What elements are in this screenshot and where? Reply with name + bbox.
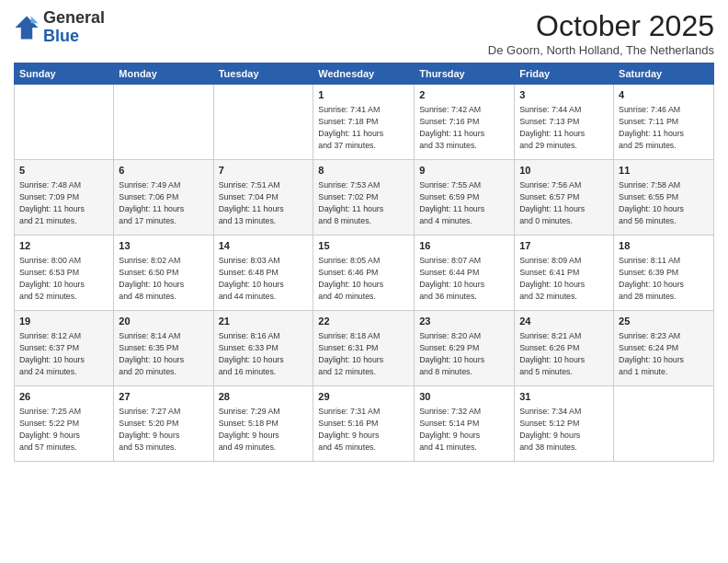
day-number: 30 bbox=[419, 390, 509, 404]
logo-icon bbox=[14, 15, 40, 40]
day-number: 28 bbox=[219, 390, 309, 404]
column-header-sunday: Sunday bbox=[15, 63, 114, 85]
calendar-cell: 3Sunrise: 7:44 AM Sunset: 7:13 PM Daylig… bbox=[515, 85, 614, 160]
calendar-cell: 4Sunrise: 7:46 AM Sunset: 7:11 PM Daylig… bbox=[614, 85, 714, 160]
day-info: Sunrise: 8:18 AM Sunset: 6:31 PM Dayligh… bbox=[318, 330, 409, 377]
calendar-cell: 28Sunrise: 7:29 AM Sunset: 5:18 PM Dayli… bbox=[213, 386, 313, 462]
day-number: 2 bbox=[419, 88, 509, 102]
day-info: Sunrise: 7:53 AM Sunset: 7:02 PM Dayligh… bbox=[318, 179, 409, 226]
title-block: October 2025 De Goorn, North Holland, Th… bbox=[488, 9, 714, 57]
column-header-thursday: Thursday bbox=[415, 63, 515, 85]
day-number: 15 bbox=[318, 239, 409, 253]
day-info: Sunrise: 8:23 AM Sunset: 6:24 PM Dayligh… bbox=[619, 330, 709, 377]
day-info: Sunrise: 7:51 AM Sunset: 7:04 PM Dayligh… bbox=[219, 179, 309, 226]
calendar-cell: 14Sunrise: 8:03 AM Sunset: 6:48 PM Dayli… bbox=[213, 236, 313, 311]
calendar-cell: 8Sunrise: 7:53 AM Sunset: 7:02 PM Daylig… bbox=[313, 160, 415, 236]
day-info: Sunrise: 7:27 AM Sunset: 5:20 PM Dayligh… bbox=[119, 406, 208, 453]
calendar-header-row: SundayMondayTuesdayWednesdayThursdayFrid… bbox=[15, 63, 714, 85]
day-info: Sunrise: 8:14 AM Sunset: 6:35 PM Dayligh… bbox=[119, 330, 208, 377]
day-number: 25 bbox=[619, 315, 709, 328]
day-number: 5 bbox=[19, 164, 108, 178]
calendar-cell: 21Sunrise: 8:16 AM Sunset: 6:33 PM Dayli… bbox=[213, 311, 313, 386]
calendar-table: SundayMondayTuesdayWednesdayThursdayFrid… bbox=[14, 63, 714, 462]
calendar-week-4: 19Sunrise: 8:12 AM Sunset: 6:37 PM Dayli… bbox=[15, 311, 714, 386]
calendar-cell: 18Sunrise: 8:11 AM Sunset: 6:39 PM Dayli… bbox=[614, 236, 714, 311]
svg-marker-1 bbox=[31, 16, 39, 23]
day-number: 19 bbox=[19, 315, 108, 328]
day-number: 24 bbox=[519, 315, 609, 328]
day-info: Sunrise: 7:58 AM Sunset: 6:55 PM Dayligh… bbox=[619, 179, 709, 226]
calendar-week-1: 1Sunrise: 7:41 AM Sunset: 7:18 PM Daylig… bbox=[15, 85, 714, 160]
day-number: 11 bbox=[619, 164, 709, 178]
day-number: 20 bbox=[119, 315, 208, 328]
day-info: Sunrise: 7:48 AM Sunset: 7:09 PM Dayligh… bbox=[19, 179, 108, 226]
day-number: 12 bbox=[19, 239, 108, 253]
calendar-cell bbox=[614, 386, 714, 462]
day-number: 16 bbox=[419, 239, 509, 253]
day-number: 8 bbox=[318, 164, 409, 178]
logo-text: General Blue bbox=[43, 9, 105, 46]
calendar-cell: 1Sunrise: 7:41 AM Sunset: 7:18 PM Daylig… bbox=[313, 85, 415, 160]
day-info: Sunrise: 8:12 AM Sunset: 6:37 PM Dayligh… bbox=[19, 330, 108, 377]
calendar-cell bbox=[15, 85, 114, 160]
day-number: 14 bbox=[219, 239, 309, 253]
calendar-cell: 30Sunrise: 7:32 AM Sunset: 5:14 PM Dayli… bbox=[415, 386, 515, 462]
page-container: General Blue October 2025 De Goorn, Nort… bbox=[0, 0, 728, 471]
day-number: 9 bbox=[419, 164, 509, 178]
day-number: 10 bbox=[519, 164, 609, 178]
logo-general-text: General bbox=[43, 8, 105, 27]
day-info: Sunrise: 7:44 AM Sunset: 7:13 PM Dayligh… bbox=[519, 104, 609, 151]
day-info: Sunrise: 8:21 AM Sunset: 6:26 PM Dayligh… bbox=[519, 330, 609, 377]
day-number: 31 bbox=[519, 390, 609, 404]
logo-blue-text: Blue bbox=[43, 27, 79, 45]
day-info: Sunrise: 7:49 AM Sunset: 7:06 PM Dayligh… bbox=[119, 179, 208, 226]
day-info: Sunrise: 8:16 AM Sunset: 6:33 PM Dayligh… bbox=[219, 330, 309, 377]
day-info: Sunrise: 7:42 AM Sunset: 7:16 PM Dayligh… bbox=[419, 104, 509, 151]
column-header-tuesday: Tuesday bbox=[213, 63, 313, 85]
column-header-wednesday: Wednesday bbox=[313, 63, 415, 85]
day-number: 13 bbox=[119, 239, 208, 253]
column-header-monday: Monday bbox=[114, 63, 213, 85]
calendar-cell: 17Sunrise: 8:09 AM Sunset: 6:41 PM Dayli… bbox=[515, 236, 614, 311]
calendar-cell: 10Sunrise: 7:56 AM Sunset: 6:57 PM Dayli… bbox=[515, 160, 614, 236]
day-number: 6 bbox=[119, 164, 208, 178]
calendar-cell: 5Sunrise: 7:48 AM Sunset: 7:09 PM Daylig… bbox=[15, 160, 114, 236]
day-info: Sunrise: 7:32 AM Sunset: 5:14 PM Dayligh… bbox=[419, 406, 509, 453]
day-number: 26 bbox=[19, 390, 108, 404]
calendar-cell: 26Sunrise: 7:25 AM Sunset: 5:22 PM Dayli… bbox=[15, 386, 114, 462]
calendar-cell: 9Sunrise: 7:55 AM Sunset: 6:59 PM Daylig… bbox=[415, 160, 515, 236]
day-info: Sunrise: 8:03 AM Sunset: 6:48 PM Dayligh… bbox=[219, 255, 309, 302]
day-info: Sunrise: 8:05 AM Sunset: 6:46 PM Dayligh… bbox=[318, 255, 409, 302]
svg-marker-0 bbox=[16, 16, 39, 39]
calendar-cell: 29Sunrise: 7:31 AM Sunset: 5:16 PM Dayli… bbox=[313, 386, 415, 462]
day-info: Sunrise: 7:56 AM Sunset: 6:57 PM Dayligh… bbox=[519, 179, 609, 226]
calendar-cell: 7Sunrise: 7:51 AM Sunset: 7:04 PM Daylig… bbox=[213, 160, 313, 236]
day-number: 18 bbox=[619, 239, 709, 253]
day-info: Sunrise: 7:41 AM Sunset: 7:18 PM Dayligh… bbox=[318, 104, 409, 151]
calendar-cell: 2Sunrise: 7:42 AM Sunset: 7:16 PM Daylig… bbox=[415, 85, 515, 160]
day-number: 4 bbox=[619, 88, 709, 102]
column-header-friday: Friday bbox=[515, 63, 614, 85]
calendar-cell bbox=[114, 85, 213, 160]
calendar-cell: 13Sunrise: 8:02 AM Sunset: 6:50 PM Dayli… bbox=[114, 236, 213, 311]
logo: General Blue bbox=[14, 9, 105, 46]
calendar-cell: 6Sunrise: 7:49 AM Sunset: 7:06 PM Daylig… bbox=[114, 160, 213, 236]
day-info: Sunrise: 8:11 AM Sunset: 6:39 PM Dayligh… bbox=[619, 255, 709, 302]
subtitle: De Goorn, North Holland, The Netherlands bbox=[488, 43, 714, 57]
calendar-cell: 20Sunrise: 8:14 AM Sunset: 6:35 PM Dayli… bbox=[114, 311, 213, 386]
day-info: Sunrise: 8:09 AM Sunset: 6:41 PM Dayligh… bbox=[519, 255, 609, 302]
calendar-week-2: 5Sunrise: 7:48 AM Sunset: 7:09 PM Daylig… bbox=[15, 160, 714, 236]
calendar-cell: 27Sunrise: 7:27 AM Sunset: 5:20 PM Dayli… bbox=[114, 386, 213, 462]
day-info: Sunrise: 8:20 AM Sunset: 6:29 PM Dayligh… bbox=[419, 330, 509, 377]
calendar-cell: 19Sunrise: 8:12 AM Sunset: 6:37 PM Dayli… bbox=[15, 311, 114, 386]
day-info: Sunrise: 7:31 AM Sunset: 5:16 PM Dayligh… bbox=[318, 406, 409, 453]
calendar-cell: 31Sunrise: 7:34 AM Sunset: 5:12 PM Dayli… bbox=[515, 386, 614, 462]
day-number: 17 bbox=[519, 239, 609, 253]
day-info: Sunrise: 8:02 AM Sunset: 6:50 PM Dayligh… bbox=[119, 255, 208, 302]
day-info: Sunrise: 7:55 AM Sunset: 6:59 PM Dayligh… bbox=[419, 179, 509, 226]
calendar-cell: 24Sunrise: 8:21 AM Sunset: 6:26 PM Dayli… bbox=[515, 311, 614, 386]
calendar-cell: 15Sunrise: 8:05 AM Sunset: 6:46 PM Dayli… bbox=[313, 236, 415, 311]
day-info: Sunrise: 7:29 AM Sunset: 5:18 PM Dayligh… bbox=[219, 406, 309, 453]
day-number: 27 bbox=[119, 390, 208, 404]
day-number: 29 bbox=[318, 390, 409, 404]
